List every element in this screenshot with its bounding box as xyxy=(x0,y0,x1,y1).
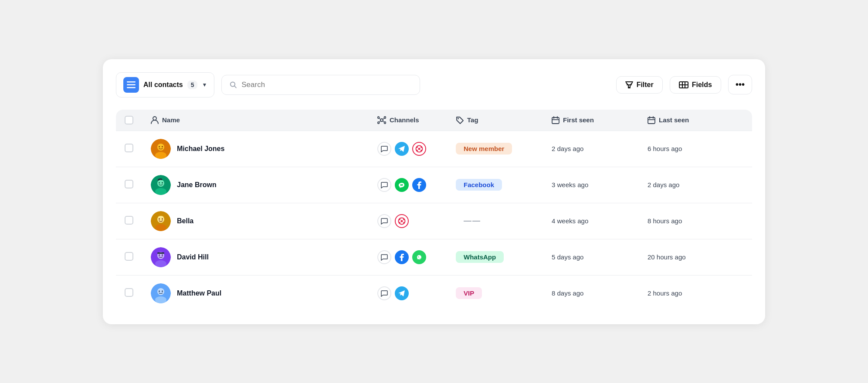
last-seen-cell: 20 hours ago xyxy=(648,253,743,261)
telegram-icon xyxy=(395,286,409,300)
contact-name-cell: Jane Brown xyxy=(151,175,377,195)
row-checkbox[interactable] xyxy=(125,144,133,152)
svg-point-53 xyxy=(403,218,405,220)
svg-point-19 xyxy=(458,118,459,119)
svg-point-67 xyxy=(162,290,163,292)
row-checkbox-cell xyxy=(125,216,151,226)
contact-name: Jane Brown xyxy=(177,181,217,189)
table-row[interactable]: Jane Brown xyxy=(116,167,752,203)
table-row[interactable]: Bella xyxy=(116,203,752,239)
svg-point-64 xyxy=(157,288,164,295)
avatar xyxy=(151,283,171,303)
svg-point-35 xyxy=(416,146,418,148)
svg-point-60 xyxy=(162,254,163,255)
first-seen-cell: 5 days ago xyxy=(552,253,648,261)
fields-label: Fields xyxy=(692,81,712,89)
main-container: All contacts 5 ▼ Filter xyxy=(103,59,765,324)
svg-point-58 xyxy=(155,260,166,267)
row-checkbox-cell xyxy=(125,144,151,154)
all-contacts-button[interactable]: All contacts 5 ▼ xyxy=(116,72,214,97)
header-first-seen: First seen xyxy=(552,116,648,124)
svg-line-18 xyxy=(383,121,384,122)
facebook-icon xyxy=(412,178,426,192)
table-row[interactable]: Matthew Paul VIP 8 days ago 2 hours ago xyxy=(116,275,752,311)
chat-channel-icon xyxy=(377,214,391,228)
tag-icon xyxy=(456,116,464,124)
svg-point-51 xyxy=(401,220,403,222)
svg-point-48 xyxy=(159,218,160,219)
contacts-table: Name Channels xyxy=(116,110,752,311)
facebook-icon xyxy=(395,250,409,264)
svg-point-10 xyxy=(380,119,383,121)
channels-cell xyxy=(377,214,456,228)
table-row[interactable]: Michael Jones xyxy=(116,131,752,167)
list-icon xyxy=(123,77,139,93)
svg-rect-0 xyxy=(127,81,136,83)
first-seen-cell: 2 days ago xyxy=(552,145,648,152)
svg-rect-2 xyxy=(127,87,136,88)
tag-cell: Facebook xyxy=(456,179,552,191)
contact-name: David Hill xyxy=(177,253,209,261)
channels-cell xyxy=(377,142,456,156)
chevron-down-icon: ▼ xyxy=(202,82,207,88)
row-checkbox[interactable] xyxy=(125,252,133,261)
last-seen-cell: 2 days ago xyxy=(648,181,743,188)
channels-icon xyxy=(377,116,386,124)
tag-badge: VIP xyxy=(456,287,482,299)
svg-point-42 xyxy=(159,182,160,183)
telegram-icon xyxy=(395,142,409,156)
tag-badge: —— xyxy=(456,214,489,228)
table-row[interactable]: David Hill xyxy=(116,239,752,275)
svg-point-34 xyxy=(418,148,420,150)
search-icon xyxy=(230,81,237,89)
filter-button[interactable]: Filter xyxy=(616,76,663,94)
svg-line-4 xyxy=(234,86,236,87)
header-name-label: Name xyxy=(162,116,180,124)
svg-point-14 xyxy=(384,122,386,124)
header-channels-label: Channels xyxy=(390,116,419,124)
header-tag: Tag xyxy=(456,116,552,124)
chat-channel-icon xyxy=(377,250,391,264)
svg-point-38 xyxy=(420,150,422,151)
svg-point-37 xyxy=(416,150,418,151)
tag-badge: WhatsApp xyxy=(456,251,504,263)
svg-point-47 xyxy=(155,224,166,231)
contact-name-cell: Matthew Paul xyxy=(151,283,377,303)
multilink-icon xyxy=(395,214,409,228)
last-seen-cell: 2 hours ago xyxy=(648,289,743,297)
svg-point-29 xyxy=(157,144,164,151)
table-header: Name Channels xyxy=(116,110,752,131)
svg-point-52 xyxy=(399,218,400,220)
row-checkbox[interactable] xyxy=(125,180,133,188)
svg-point-9 xyxy=(153,117,156,120)
row-checkbox-cell xyxy=(125,252,151,262)
svg-point-54 xyxy=(399,222,400,224)
header-checkbox-cell xyxy=(125,116,151,124)
filter-label: Filter xyxy=(637,81,654,89)
more-button[interactable]: ••• xyxy=(728,75,752,94)
search-box xyxy=(221,75,420,95)
channels-cell xyxy=(377,178,456,192)
row-checkbox[interactable] xyxy=(125,288,133,297)
svg-point-12 xyxy=(384,117,386,118)
svg-rect-24 xyxy=(648,118,655,124)
person-icon xyxy=(151,116,159,124)
svg-point-59 xyxy=(159,254,160,255)
svg-line-17 xyxy=(379,121,380,122)
select-all-checkbox[interactable] xyxy=(125,116,133,124)
search-input[interactable] xyxy=(241,81,412,89)
svg-point-41 xyxy=(155,188,166,195)
tag-badge: New member xyxy=(456,143,512,155)
calendar-icon-last xyxy=(648,116,655,124)
contact-name-cell: David Hill xyxy=(151,247,377,267)
fields-button[interactable]: Fields xyxy=(670,76,721,94)
svg-point-13 xyxy=(378,122,380,124)
tag-cell: VIP xyxy=(456,287,552,299)
fields-icon xyxy=(679,81,688,88)
svg-line-16 xyxy=(383,118,384,119)
contacts-count-badge: 5 xyxy=(187,81,198,89)
chat-channel-icon xyxy=(377,178,391,192)
tag-cell: WhatsApp xyxy=(456,251,552,263)
row-checkbox[interactable] xyxy=(125,216,133,225)
svg-point-31 xyxy=(159,146,160,147)
